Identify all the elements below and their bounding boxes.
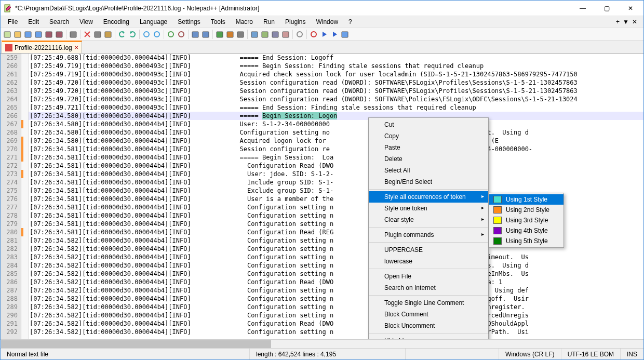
folder-tree-icon[interactable]: [281, 30, 290, 39]
tab-dropdown[interactable]: ▼: [623, 18, 629, 25]
play-icon[interactable]: [319, 30, 329, 39]
maximize-button[interactable]: ▢: [595, 1, 619, 16]
indent-guide-icon[interactable]: [236, 30, 245, 39]
code-line[interactable]: [07:26:34.580][tid:00000d30.000044b4][IN…: [29, 128, 643, 137]
tab-close-icon[interactable]: ✕: [74, 45, 78, 50]
style-using-1st-style[interactable]: Using 1st Style: [489, 194, 564, 205]
record-icon[interactable]: [309, 30, 318, 39]
menu-search[interactable]: Search: [44, 17, 74, 26]
menu-settings[interactable]: Settings: [172, 17, 205, 26]
code-line[interactable]: [07:26:34.580][tid:00000d30.000044b4][IN…: [29, 112, 643, 120]
code-line[interactable]: [07:26:34.580][tid:00000d30.000044b4][IN…: [29, 137, 643, 145]
cut-icon[interactable]: [83, 30, 92, 39]
close-button[interactable]: ✕: [619, 1, 642, 16]
code-line[interactable]: [07:26:34.582][tid:00000d30.000044b4][IN…: [29, 261, 643, 270]
replace-icon[interactable]: [152, 30, 162, 39]
style-using-5th-style[interactable]: Using 5th Style: [489, 236, 564, 246]
code-line[interactable]: [07:26:34.582][tid:00000d30.000044b4][IN…: [29, 303, 643, 311]
ctx-item-style-one-token[interactable]: Style one token: [369, 203, 488, 214]
ctx-item-copy[interactable]: Copy: [369, 130, 488, 142]
ctx-item-hide-lines[interactable]: Hide Lines: [369, 335, 488, 339]
document-tab[interactable]: Profile-20221116.log ✕: [2, 41, 82, 53]
paste-icon[interactable]: [103, 30, 113, 39]
menu-plugins[interactable]: Plugins: [280, 17, 311, 26]
code-line[interactable]: [07:26:34.582][tid:00000d30.000044b4][IN…: [29, 295, 643, 303]
monitor-icon[interactable]: [295, 30, 304, 39]
undo-icon[interactable]: [117, 30, 127, 39]
menu-encoding[interactable]: Encoding: [98, 17, 135, 26]
horizontal-scrollbar[interactable]: [1, 339, 643, 348]
ctx-item-lowercase[interactable]: lowercase: [369, 256, 488, 267]
lang-icon[interactable]: [250, 30, 259, 39]
menu-file[interactable]: File: [3, 17, 23, 26]
open-file-icon[interactable]: [13, 30, 22, 39]
ctx-item-select-all[interactable]: Select All: [369, 165, 488, 176]
ctx-item-search-on-internet[interactable]: Search on Internet: [369, 282, 488, 294]
zoom-in-icon[interactable]: [166, 30, 176, 39]
play-multi-icon[interactable]: [330, 30, 339, 39]
menu-window[interactable]: Window: [311, 17, 343, 26]
ctx-item-style-all-occurrences-of-token[interactable]: Style all occurrences of token: [369, 191, 488, 203]
code-line[interactable]: [07:26:34.582][tid:00000d30.000044b4][IN…: [29, 270, 643, 278]
ctx-item-plugin-commands[interactable]: Plugin commands: [369, 229, 488, 241]
wordwrap-icon[interactable]: [215, 30, 224, 39]
style-using-3rd-style[interactable]: Using 3rd Style: [489, 215, 564, 225]
ctx-item-block-comment[interactable]: Block Comment: [369, 309, 488, 320]
find-icon[interactable]: [142, 30, 151, 39]
ctx-item-open-file[interactable]: Open File: [369, 271, 488, 282]
menu-language[interactable]: Language: [135, 17, 172, 26]
menu-macro[interactable]: Macro: [231, 17, 258, 26]
code-line[interactable]: [07:25:49.721][tid:00000d30.0000493c][IN…: [29, 103, 643, 112]
code-line[interactable]: [07:25:49.719][tid:00000d30.0000493c][IN…: [29, 70, 643, 78]
code-line[interactable]: [07:25:49.720][tid:00000d30.0000493c][IN…: [29, 95, 643, 103]
new-tab-button[interactable]: +: [616, 18, 620, 25]
menu-view[interactable]: View: [74, 17, 98, 26]
code-line[interactable]: [07:26:34.580][tid:00000d30.000044b4][IN…: [29, 120, 643, 128]
code-line[interactable]: [07:26:34.581][tid:00000d30.000044b4][IN…: [29, 162, 643, 170]
redo-icon[interactable]: [128, 30, 137, 39]
code-line[interactable]: [07:26:34.582][tid:00000d30.000044b4][IN…: [29, 253, 643, 261]
ctx-item-uppercase[interactable]: UPPERCASE: [369, 244, 488, 256]
ctx-item-paste[interactable]: Paste: [369, 142, 488, 153]
save-macro-icon[interactable]: [340, 30, 350, 39]
ctx-item-delete[interactable]: Delete: [369, 153, 488, 165]
code-line[interactable]: [07:26:34.581][tid:00000d30.000044b4][IN…: [29, 178, 643, 186]
close-all-icon[interactable]: [55, 30, 64, 39]
save-all-icon[interactable]: [34, 30, 43, 39]
code-line[interactable]: [07:26:34.582][tid:00000d30.000044b4][IN…: [29, 319, 643, 328]
func-list-icon[interactable]: [271, 30, 280, 39]
menu-run[interactable]: Run: [258, 17, 280, 26]
print-icon[interactable]: [69, 30, 78, 39]
code-line[interactable]: [07:26:34.581][tid:00000d30.000044b4][IN…: [29, 170, 643, 178]
style-using-2nd-style[interactable]: Using 2nd Style: [489, 205, 564, 215]
sync-h-icon[interactable]: [201, 30, 210, 39]
menu-tools[interactable]: Tools: [206, 17, 231, 26]
code-line[interactable]: [07:25:49.720][tid:00000d30.0000493c][IN…: [29, 87, 643, 95]
close-all-button[interactable]: ✕: [632, 18, 637, 25]
scrollbar-thumb[interactable]: [1, 340, 271, 348]
ctx-item-toggle-single-line-comment[interactable]: Toggle Single Line Comment: [369, 297, 488, 309]
save-icon[interactable]: [23, 30, 33, 39]
menu-edit[interactable]: Edit: [23, 17, 44, 26]
code-line[interactable]: [07:26:34.581][tid:00000d30.000044b4][IN…: [29, 153, 643, 162]
ctx-item-begin-end-select[interactable]: Begin/End Select: [369, 176, 488, 188]
ctx-item-clear-style[interactable]: Clear style: [369, 214, 488, 225]
ctx-item-block-uncomment[interactable]: Block Uncomment: [369, 320, 488, 331]
menu-[interactable]: ?: [343, 17, 357, 26]
minimize-button[interactable]: —: [571, 1, 595, 16]
zoom-out-icon[interactable]: [177, 30, 186, 39]
all-chars-icon[interactable]: [225, 30, 235, 39]
ctx-item-cut[interactable]: Cut: [369, 119, 488, 130]
code-line[interactable]: [07:26:34.582][tid:00000d30.000044b4][IN…: [29, 311, 643, 319]
code-line[interactable]: [07:25:49.719][tid:00000d30.0000493c][IN…: [29, 62, 643, 70]
code-line[interactable]: [07:25:49.720][tid:00000d30.0000493c][IN…: [29, 78, 643, 87]
sync-v-icon[interactable]: [191, 30, 200, 39]
close-doc-icon[interactable]: [44, 30, 53, 39]
code-line[interactable]: [07:26:34.582][tid:00000d30.000044b4][IN…: [29, 286, 643, 295]
copy-icon[interactable]: [93, 30, 102, 39]
doc-map-icon[interactable]: [260, 30, 270, 39]
code-line[interactable]: [07:26:34.582][tid:00000d30.000044b4][IN…: [29, 278, 643, 286]
code-line[interactable]: [07:25:49.688][tid:00000d30.000044b4][IN…: [29, 54, 643, 62]
style-using-4th-style[interactable]: Using 4th Style: [489, 225, 564, 236]
new-file-icon[interactable]: [3, 30, 12, 39]
